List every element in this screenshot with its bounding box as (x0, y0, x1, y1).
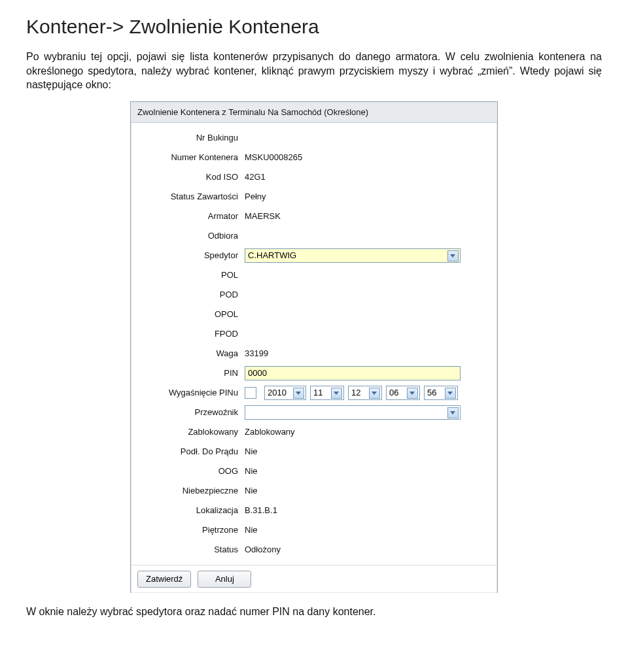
label-lokalizacja: Lokalizacja (140, 505, 245, 515)
panel-title: Zwolnienie Kontenera z Terminalu Na Samo… (131, 102, 497, 123)
value-status-zawartosci: Pełny (245, 190, 488, 203)
label-status: Status (140, 545, 245, 554)
expiry-year-select[interactable] (264, 386, 306, 400)
release-panel: Zwolnienie Kontenera z Terminalu Na Samo… (130, 101, 498, 593)
value-opol (245, 312, 488, 316)
value-pol (245, 273, 488, 277)
pin-expiry-checkbox[interactable] (245, 387, 256, 399)
outro-paragraph: W oknie należy wybrać spedytora oraz nad… (26, 605, 602, 619)
value-zablokowany: Zablokowany (245, 425, 488, 439)
expiry-day-select[interactable] (348, 386, 382, 400)
value-pod (245, 293, 488, 297)
page-title: Kontener-> Zwolnienie Kontenera (26, 16, 602, 38)
value-status: Odłożony (245, 543, 488, 556)
button-bar: Zatwierdź Anluj (131, 565, 497, 593)
label-pod: POD (140, 290, 245, 299)
label-pietrzone: Piętrzone (140, 525, 245, 535)
label-armator: Armator (140, 211, 245, 221)
label-zablokowany: Zablokowany (140, 427, 245, 437)
label-oog: OOG (140, 466, 245, 476)
value-numer-kontenera: MSKU0008265 (245, 150, 488, 164)
value-fpod (245, 332, 488, 336)
form-body: Nr Bukingu Numer Kontenera MSKU0008265 K… (131, 123, 497, 565)
label-opol: OPOL (140, 309, 245, 319)
label-pin: PIN (140, 368, 245, 378)
expiry-min-select[interactable] (424, 386, 458, 400)
label-nr-bukingu: Nr Bukingu (140, 133, 245, 143)
label-niebezpieczne: Niebezpieczne (140, 486, 245, 496)
label-spedytor: Spedytor (140, 250, 245, 260)
pin-input[interactable] (245, 366, 461, 380)
expiry-month-select[interactable] (310, 386, 344, 400)
value-kod-iso: 42G1 (245, 170, 488, 184)
label-wygasniecie: Wygaśnięcie PINu (140, 388, 245, 397)
value-lokalizacja: B.31.B.1 (245, 503, 488, 517)
value-nr-bukingu (245, 136, 488, 140)
label-waga: Waga (140, 348, 245, 358)
value-niebezpieczne: Nie (245, 484, 488, 497)
value-odbiorca (245, 234, 488, 238)
cancel-button[interactable]: Anluj (198, 571, 251, 588)
value-pietrzone: Nie (245, 523, 488, 537)
spedytor-select[interactable] (245, 248, 461, 263)
label-pol: POL (140, 270, 245, 280)
label-kod-iso: Kod ISO (140, 172, 245, 182)
label-odbiorca: Odbiora (140, 231, 245, 241)
label-numer-kontenera: Numer Kontenera (140, 152, 245, 162)
intro-paragraph: Po wybraniu tej opcji, pojawi się lista … (26, 50, 602, 92)
value-podl-prad: Nie (245, 445, 488, 458)
label-podl-prad: Podł. Do Prądu (140, 446, 245, 456)
value-oog: Nie (245, 464, 488, 478)
value-armator: MAERSK (245, 209, 488, 223)
label-przewoznik: Przewoźnik (140, 407, 245, 417)
expiry-hour-select[interactable] (386, 386, 420, 400)
label-status-zawartosci: Status Zawartości (140, 192, 245, 201)
przewoznik-select[interactable] (245, 405, 461, 420)
confirm-button[interactable]: Zatwierdź (137, 571, 191, 588)
label-fpod: FPOD (140, 329, 245, 339)
value-waga: 33199 (245, 346, 488, 360)
